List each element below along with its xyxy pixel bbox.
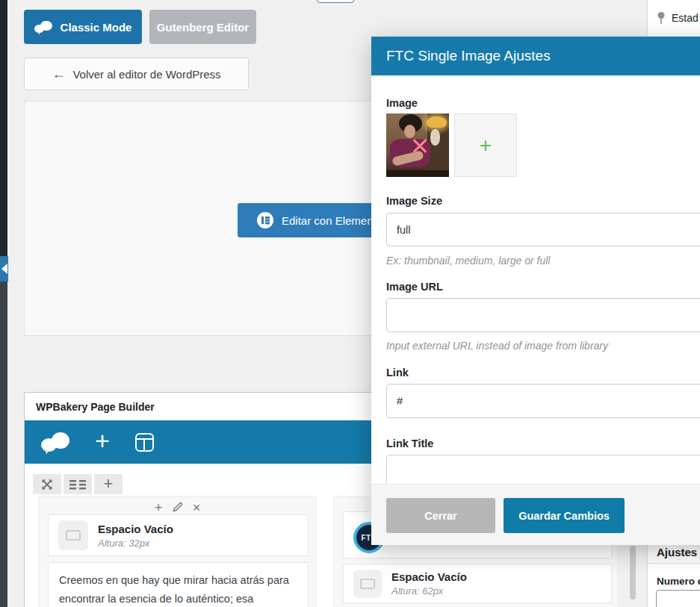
- empty-space-element[interactable]: Espacio Vacío Altura: 62px: [343, 564, 612, 603]
- sidebar-scrollbar-thumb[interactable]: [630, 546, 636, 600]
- numero-input[interactable]: [656, 590, 700, 607]
- column-edit-icon[interactable]: [172, 501, 184, 513]
- numero-label: Numero d: [648, 564, 700, 590]
- image-size-input[interactable]: [386, 213, 700, 246]
- link-title-label: Link Title: [386, 438, 433, 449]
- link-input[interactable]: [386, 384, 700, 418]
- image-url-label: Image URL: [386, 281, 443, 293]
- pin-icon: [657, 11, 666, 25]
- classic-mode-button[interactable]: Classic Mode: [24, 10, 142, 44]
- column-delete-icon[interactable]: ×: [193, 500, 201, 514]
- text-block-element[interactable]: Creemos en que hay que mirar hacia atrás…: [48, 562, 309, 607]
- save-changes-button[interactable]: Guardar Cambios: [504, 498, 625, 533]
- close-button[interactable]: Cerrar: [386, 498, 495, 533]
- column-add-icon[interactable]: +: [154, 500, 162, 514]
- wpbakery-logo-icon[interactable]: [41, 432, 69, 452]
- chevron-left-icon: [1, 264, 7, 274]
- wpbakery-logo-icon: [34, 21, 52, 34]
- back-to-wordpress-button[interactable]: ← Volver al editor de WordPress: [24, 57, 249, 90]
- gutenberg-editor-label: Gutenberg Editor: [157, 21, 249, 34]
- image-size-help: Ex: thumbnail, medium, large or full: [386, 255, 550, 267]
- estado-label: Estad: [672, 12, 699, 24]
- add-element-icon[interactable]: +: [95, 428, 110, 453]
- row-controls: +: [33, 474, 123, 494]
- back-to-wordpress-label: Volver al editor de WordPress: [72, 68, 220, 81]
- builder-column-left: + × Espacio Vacío Altura: 32px Creemos e…: [38, 496, 317, 607]
- ftc-single-image-modal: FTC Single Image Ajustes Image + Image S…: [371, 37, 700, 545]
- empty-space-icon: [58, 520, 88, 550]
- row-add-button[interactable]: +: [94, 474, 123, 494]
- text-block-content: Creemos en que hay que mirar hacia atrás…: [59, 574, 294, 607]
- empty-space-element[interactable]: Espacio Vacío Altura: 32px: [48, 514, 309, 556]
- element-title: Espacio Vacío: [391, 570, 467, 583]
- gutenberg-editor-button[interactable]: Gutenberg Editor: [149, 10, 256, 44]
- classic-mode-label: Classic Mode: [61, 21, 132, 34]
- cutoff-outline-button[interactable]: [317, 0, 354, 3]
- column-controls: + ×: [39, 499, 316, 514]
- columns-layout-icon: [69, 479, 86, 490]
- modal-title: FTC Single Image Ajustes: [386, 48, 551, 64]
- selected-image-thumbnail[interactable]: [386, 113, 449, 177]
- image-url-help: Input external URL instead of image from…: [386, 340, 608, 352]
- remove-image-icon[interactable]: [411, 137, 429, 155]
- element-subtitle: Altura: 32px: [98, 538, 173, 549]
- row-drag-button[interactable]: [33, 474, 61, 494]
- estado-metabox: Estad: [647, 0, 700, 37]
- modal-footer: Cerrar Guardar Cambios: [371, 484, 700, 545]
- add-image-button[interactable]: +: [454, 113, 517, 177]
- wp-admin-sidebar-lower: [0, 281, 7, 607]
- element-title: Espacio Vacío: [98, 523, 173, 535]
- image-size-label: Image Size: [386, 195, 442, 207]
- empty-space-icon: [353, 570, 382, 598]
- image-url-input[interactable]: [386, 298, 700, 332]
- link-label: Link: [386, 367, 409, 379]
- plus-icon: +: [104, 476, 114, 492]
- plus-icon: +: [480, 135, 492, 156]
- collapse-panel-tab[interactable]: [0, 256, 8, 281]
- row-layout-button[interactable]: [64, 474, 92, 494]
- move-arrows-icon: [41, 479, 53, 491]
- modal-header: FTC Single Image Ajustes: [371, 37, 700, 75]
- ajustes-metabox: Ajustes Numero d: [647, 542, 700, 607]
- back-arrow-icon: ←: [52, 66, 65, 82]
- templates-icon[interactable]: [135, 433, 154, 452]
- elementor-icon: [257, 212, 273, 228]
- image-label: Image: [386, 97, 418, 109]
- ajustes-title: Ajustes: [648, 543, 700, 564]
- element-subtitle: Altura: 62px: [391, 585, 467, 597]
